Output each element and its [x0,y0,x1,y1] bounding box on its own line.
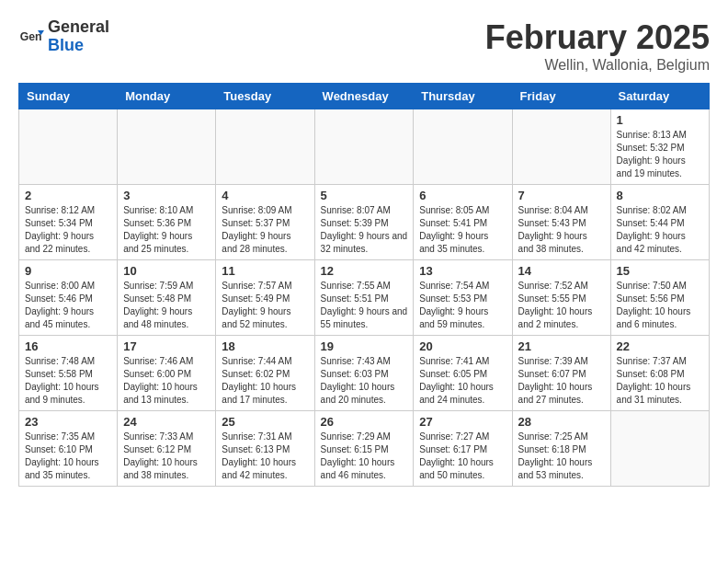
day-number: 20 [419,339,506,353]
day-number: 13 [419,264,506,278]
calendar-cell: 22Sunrise: 7:37 AM Sunset: 6:08 PM Dayli… [610,336,709,411]
calendar-week-2: 2Sunrise: 8:12 AM Sunset: 5:34 PM Daylig… [19,185,710,260]
calendar-cell: 8Sunrise: 8:02 AM Sunset: 5:44 PM Daylig… [610,185,709,260]
calendar-cell [118,109,216,185]
calendar-cell: 28Sunrise: 7:25 AM Sunset: 6:18 PM Dayli… [512,411,610,487]
calendar-cell [414,109,512,185]
day-number: 18 [222,339,308,353]
calendar-cell: 18Sunrise: 7:44 AM Sunset: 6:02 PM Dayli… [216,336,314,411]
day-info: Sunrise: 7:48 AM Sunset: 5:58 PM Dayligh… [25,355,111,407]
day-number: 5 [321,189,408,202]
day-number: 15 [617,264,703,278]
day-number: 24 [123,415,210,429]
day-info: Sunrise: 7:37 AM Sunset: 6:08 PM Dayligh… [617,355,703,407]
calendar-cell: 21Sunrise: 7:39 AM Sunset: 6:07 PM Dayli… [512,336,610,411]
day-info: Sunrise: 7:35 AM Sunset: 6:10 PM Dayligh… [25,431,111,482]
calendar-cell: 24Sunrise: 7:33 AM Sunset: 6:12 PM Dayli… [118,411,216,487]
calendar-cell: 9Sunrise: 8:00 AM Sunset: 5:46 PM Daylig… [19,260,118,336]
calendar-week-4: 16Sunrise: 7:48 AM Sunset: 5:58 PM Dayli… [19,336,710,411]
title-section: February 2025 Wellin, Wallonia, Belgium [485,18,710,74]
calendar-cell [216,109,314,185]
day-number: 2 [25,189,111,202]
day-info: Sunrise: 7:41 AM Sunset: 6:05 PM Dayligh… [419,355,506,407]
day-number: 25 [222,415,308,429]
calendar-cell: 2Sunrise: 8:12 AM Sunset: 5:34 PM Daylig… [19,185,118,260]
calendar-cell: 10Sunrise: 7:59 AM Sunset: 5:48 PM Dayli… [118,260,216,336]
calendar-cell: 3Sunrise: 8:10 AM Sunset: 5:36 PM Daylig… [118,185,216,260]
calendar-cell: 4Sunrise: 8:09 AM Sunset: 5:37 PM Daylig… [216,185,314,260]
calendar-cell: 6Sunrise: 8:05 AM Sunset: 5:41 PM Daylig… [414,185,512,260]
day-number: 26 [321,415,408,429]
calendar-cell: 19Sunrise: 7:43 AM Sunset: 6:03 PM Dayli… [314,336,414,411]
day-number: 23 [25,415,111,429]
day-info: Sunrise: 7:27 AM Sunset: 6:17 PM Dayligh… [419,431,506,482]
day-info: Sunrise: 7:43 AM Sunset: 6:03 PM Dayligh… [321,355,408,407]
calendar-cell: 17Sunrise: 7:46 AM Sunset: 6:00 PM Dayli… [118,336,216,411]
day-info: Sunrise: 7:46 AM Sunset: 6:00 PM Dayligh… [123,355,210,407]
calendar-cell [512,109,610,185]
svg-text:Gen: Gen [20,29,42,42]
calendar-cell [314,109,414,185]
calendar-week-5: 23Sunrise: 7:35 AM Sunset: 6:10 PM Dayli… [19,411,710,487]
day-number: 22 [617,339,703,353]
day-info: Sunrise: 8:12 AM Sunset: 5:34 PM Dayligh… [25,204,111,256]
logo-icon: Gen [18,24,44,50]
day-number: 14 [518,264,605,278]
day-header-thursday: Thursday [414,84,512,109]
calendar-cell [19,109,118,185]
calendar-cell: 20Sunrise: 7:41 AM Sunset: 6:05 PM Dayli… [414,336,512,411]
logo: Gen General Blue [18,18,109,55]
day-info: Sunrise: 7:57 AM Sunset: 5:49 PM Dayligh… [222,280,308,331]
calendar-title: February 2025 [485,18,710,57]
day-info: Sunrise: 7:44 AM Sunset: 6:02 PM Dayligh… [222,355,308,407]
day-number: 12 [321,264,408,278]
day-info: Sunrise: 8:10 AM Sunset: 5:36 PM Dayligh… [123,204,210,256]
day-number: 19 [321,339,408,353]
calendar-cell: 1Sunrise: 8:13 AM Sunset: 5:32 PM Daylig… [610,109,709,185]
day-info: Sunrise: 7:50 AM Sunset: 5:56 PM Dayligh… [617,280,703,331]
header-row: SundayMondayTuesdayWednesdayThursdayFrid… [19,84,710,109]
day-info: Sunrise: 7:29 AM Sunset: 6:15 PM Dayligh… [321,431,408,482]
day-number: 3 [123,189,210,202]
day-info: Sunrise: 7:55 AM Sunset: 5:51 PM Dayligh… [321,280,408,331]
day-info: Sunrise: 8:13 AM Sunset: 5:32 PM Dayligh… [617,129,703,180]
day-header-friday: Friday [512,84,610,109]
day-header-sunday: Sunday [19,84,118,109]
calendar-week-3: 9Sunrise: 8:00 AM Sunset: 5:46 PM Daylig… [19,260,710,336]
day-info: Sunrise: 7:33 AM Sunset: 6:12 PM Dayligh… [123,431,210,482]
day-number: 8 [617,189,703,202]
day-number: 28 [518,415,605,429]
calendar-cell: 27Sunrise: 7:27 AM Sunset: 6:17 PM Dayli… [414,411,512,487]
calendar-cell: 13Sunrise: 7:54 AM Sunset: 5:53 PM Dayli… [414,260,512,336]
day-info: Sunrise: 7:59 AM Sunset: 5:48 PM Dayligh… [123,280,210,331]
day-header-monday: Monday [118,84,216,109]
day-info: Sunrise: 7:52 AM Sunset: 5:55 PM Dayligh… [518,280,605,331]
day-info: Sunrise: 8:00 AM Sunset: 5:46 PM Dayligh… [25,280,111,331]
calendar-body: 1Sunrise: 8:13 AM Sunset: 5:32 PM Daylig… [19,109,710,487]
day-number: 21 [518,339,605,353]
day-info: Sunrise: 8:09 AM Sunset: 5:37 PM Dayligh… [222,204,308,256]
day-number: 11 [222,264,308,278]
page-header: Gen General Blue February 2025 Wellin, W… [18,18,710,74]
day-number: 16 [25,339,111,353]
day-info: Sunrise: 8:05 AM Sunset: 5:41 PM Dayligh… [419,204,506,256]
calendar-cell: 5Sunrise: 8:07 AM Sunset: 5:39 PM Daylig… [314,185,414,260]
day-number: 7 [518,189,605,202]
calendar-cell: 15Sunrise: 7:50 AM Sunset: 5:56 PM Dayli… [610,260,709,336]
day-info: Sunrise: 7:39 AM Sunset: 6:07 PM Dayligh… [518,355,605,407]
logo-blue-text: Blue [48,37,109,55]
logo-general-text: General [48,18,109,37]
day-info: Sunrise: 8:04 AM Sunset: 5:43 PM Dayligh… [518,204,605,256]
calendar-cell: 16Sunrise: 7:48 AM Sunset: 5:58 PM Dayli… [19,336,118,411]
day-number: 1 [617,113,703,127]
calendar-subtitle: Wellin, Wallonia, Belgium [485,57,710,74]
calendar-cell: 11Sunrise: 7:57 AM Sunset: 5:49 PM Dayli… [216,260,314,336]
day-info: Sunrise: 8:02 AM Sunset: 5:44 PM Dayligh… [617,204,703,256]
day-number: 9 [25,264,111,278]
day-number: 27 [419,415,506,429]
calendar-week-1: 1Sunrise: 8:13 AM Sunset: 5:32 PM Daylig… [19,109,710,185]
day-header-saturday: Saturday [610,84,709,109]
calendar-cell: 12Sunrise: 7:55 AM Sunset: 5:51 PM Dayli… [314,260,414,336]
day-number: 17 [123,339,210,353]
day-info: Sunrise: 7:25 AM Sunset: 6:18 PM Dayligh… [518,431,605,482]
